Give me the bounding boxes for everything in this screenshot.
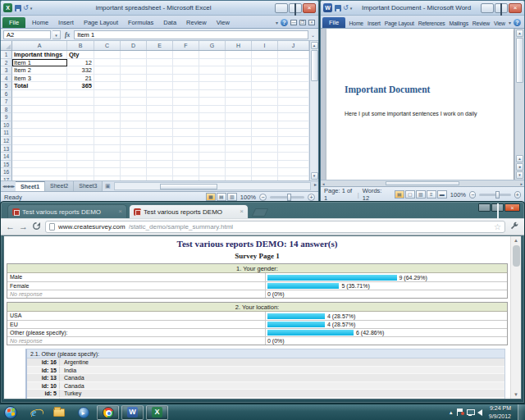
cell-H9[interactable] [226, 113, 252, 121]
cell-B16[interactable] [67, 168, 94, 176]
fx-icon[interactable]: fx [62, 31, 72, 39]
maximize-button[interactable] [495, 3, 508, 13]
cell-F3[interactable] [173, 66, 199, 75]
formula-bar-expand-icon[interactable]: ⌄ [310, 32, 316, 38]
cell-E11[interactable] [147, 129, 173, 137]
cell-G10[interactable] [199, 121, 226, 130]
cell-I15[interactable] [252, 161, 278, 169]
sheet-nav-icons[interactable]: ◂◂ ◂ ▸ ▸▸ [1, 181, 16, 191]
zoom-out-icon[interactable]: − [469, 191, 476, 199]
row-header-4[interactable]: 4 [1, 75, 12, 83]
column-header-D[interactable]: D [121, 41, 147, 50]
cell-C8[interactable] [94, 106, 121, 114]
cell-J7[interactable] [278, 98, 309, 106]
word-ribbon-tab-insert[interactable]: Insert [365, 19, 382, 28]
scroll-right-icon[interactable]: ▸ [520, 181, 523, 186]
minimize-button[interactable] [275, 3, 288, 13]
insert-worksheet-icon[interactable]: ▣ [103, 181, 112, 191]
excel-ribbon-tab-data[interactable]: Data [158, 17, 181, 28]
cell-G6[interactable] [199, 90, 226, 98]
scroll-thumb[interactable] [516, 38, 523, 83]
cell-H8[interactable] [226, 106, 252, 114]
word-page[interactable]: Important Document Here I put some impor… [326, 29, 514, 180]
zoom-in-icon[interactable]: + [514, 191, 521, 199]
cell-A6[interactable] [12, 90, 67, 98]
scroll-up-icon[interactable]: ▴ [516, 30, 523, 37]
row-header-9[interactable]: 9 [1, 113, 12, 121]
word-ribbon-tab-page-layout[interactable]: Page Layout [382, 19, 416, 28]
web-layout-view-icon[interactable]: ▥ [416, 190, 426, 199]
name-box[interactable]: A2 [3, 30, 51, 39]
minimize-button[interactable] [478, 203, 491, 212]
cell-A13[interactable] [12, 145, 67, 153]
column-header-H[interactable]: H [226, 41, 252, 50]
cell-G5[interactable] [199, 82, 226, 90]
cell-F15[interactable] [173, 161, 199, 169]
word-word-count[interactable]: Words: 12 [363, 187, 388, 202]
minimize-button[interactable] [481, 3, 494, 13]
column-header-F[interactable]: F [173, 41, 199, 50]
cell-J6[interactable] [278, 90, 309, 98]
close-button[interactable]: × [504, 203, 520, 212]
cell-D16[interactable] [121, 168, 147, 176]
cell-J15[interactable] [278, 161, 309, 169]
cell-I14[interactable] [252, 153, 278, 161]
cell-J16[interactable] [278, 168, 309, 176]
browser-tab-2[interactable]: Test various reports DEMO× [129, 204, 249, 218]
excel-app-icon[interactable] [3, 3, 12, 12]
show-desktop-button[interactable] [518, 404, 524, 420]
cell-C5[interactable] [94, 82, 121, 90]
excel-titlebar[interactable]: ↺ ▾ important spreadsheet - Microsoft Ex… [1, 1, 318, 16]
cell-C3[interactable] [94, 66, 121, 75]
word-ribbon-tab-references[interactable]: References [416, 19, 447, 28]
column-header-I[interactable]: I [252, 41, 278, 50]
cell-B3[interactable]: 332 [67, 66, 94, 75]
workbook-minimize-icon[interactable]: — [290, 20, 297, 25]
reload-icon[interactable] [32, 221, 41, 232]
scroll-thumb[interactable] [311, 50, 318, 81]
cell-H3[interactable] [226, 66, 252, 75]
cell-H1[interactable] [226, 51, 252, 59]
cell-D2[interactable] [121, 59, 147, 67]
help-icon[interactable]: ? [514, 19, 521, 26]
cell-C12[interactable] [94, 137, 121, 145]
cell-G16[interactable] [199, 168, 226, 176]
cell-J12[interactable] [278, 137, 309, 145]
cell-C16[interactable] [94, 168, 121, 176]
cell-A15[interactable] [12, 161, 67, 169]
cell-C15[interactable] [94, 161, 121, 169]
cell-H16[interactable] [226, 168, 252, 176]
name-box-dropdown-icon[interactable]: ▾ [52, 30, 61, 39]
cell-D13[interactable] [121, 145, 147, 153]
column-header-E[interactable]: E [147, 41, 173, 50]
zoom-slider[interactable] [270, 196, 304, 199]
word-ribbon-tab-home[interactable]: Home [347, 19, 365, 28]
taskbar-item-word[interactable] [121, 405, 144, 420]
cell-I3[interactable] [252, 66, 278, 75]
zoom-in-icon[interactable]: + [308, 194, 315, 201]
excel-file-tab[interactable]: File [2, 17, 25, 28]
cell-D11[interactable] [121, 129, 147, 137]
fullscreen-view-icon[interactable]: ▢ [405, 190, 415, 199]
cell-D6[interactable] [121, 90, 147, 98]
excel-ribbon-tab-home[interactable]: Home [27, 17, 53, 28]
cell-I7[interactable] [252, 98, 278, 106]
cell-F12[interactable] [173, 137, 199, 145]
cell-B15[interactable] [67, 161, 94, 169]
maximize-button[interactable] [491, 203, 504, 212]
undo-icon[interactable]: ↺ [23, 5, 29, 11]
cell-G9[interactable] [199, 113, 226, 121]
column-header-G[interactable]: G [199, 41, 226, 50]
forward-icon[interactable]: → [19, 222, 28, 231]
cell-E15[interactable] [147, 161, 173, 169]
excel-horizontal-scrollbar[interactable] [114, 182, 311, 190]
cell-A7[interactable] [12, 98, 67, 106]
cell-D9[interactable] [121, 113, 147, 121]
cell-I12[interactable] [252, 137, 278, 145]
row-header-11[interactable]: 11 [1, 129, 12, 137]
cell-I5[interactable] [252, 82, 278, 90]
sheet-tab-sheet1[interactable]: Sheet1 [16, 181, 45, 191]
cell-F13[interactable] [173, 145, 199, 153]
excel-ribbon-tab-page-layout[interactable]: Page Layout [79, 17, 123, 28]
row-header-2[interactable]: 2 [1, 59, 12, 67]
